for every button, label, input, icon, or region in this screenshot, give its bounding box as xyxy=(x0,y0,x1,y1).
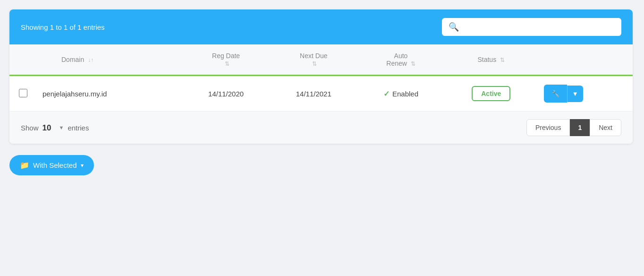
show-entries: Show 10 25 50 100 ▼ entries xyxy=(21,123,89,132)
with-selected-button[interactable]: 📁 With Selected ▾ xyxy=(9,155,94,175)
status-cell: Active xyxy=(444,76,538,112)
domain-name: penjelajahseru.my.id xyxy=(42,90,107,98)
with-selected-label: With Selected xyxy=(33,161,77,169)
select-arrow-icon: ▼ xyxy=(59,125,64,130)
pagination: Previous 1 Next xyxy=(526,119,621,136)
status-header[interactable]: Status ⇅ xyxy=(444,44,538,75)
auto-renew-header[interactable]: AutoRenew ⇅ xyxy=(357,44,444,75)
active-status-button[interactable]: Active xyxy=(472,86,510,101)
reg-date-sort-icon[interactable]: ⇅ xyxy=(225,60,229,67)
actions-header xyxy=(538,44,633,75)
action-btn-group: ▼ xyxy=(544,85,627,103)
reg-date-cell: 14/11/2020 xyxy=(182,76,270,112)
domain-cell: penjelajahseru.my.id xyxy=(33,76,182,112)
domain-header[interactable]: Domain ↓↑ xyxy=(33,44,182,75)
show-label: Show xyxy=(21,124,39,132)
previous-button[interactable]: Previous xyxy=(526,119,570,136)
action-dropdown-button[interactable]: ▼ xyxy=(567,86,583,102)
actions-cell: ▼ xyxy=(538,76,633,112)
wrench-icon xyxy=(551,89,559,97)
showing-text: Showing 1 to 1 of 1 entries xyxy=(21,23,105,31)
dropdown-arrow-icon: ▼ xyxy=(572,90,578,97)
search-input[interactable] xyxy=(463,23,615,31)
checkbox-header xyxy=(9,44,33,75)
entries-select-wrapper[interactable]: 10 25 50 100 ▼ xyxy=(42,123,64,132)
auto-renew-sort-icon[interactable]: ⇅ xyxy=(411,60,415,67)
table-header: Showing 1 to 1 of 1 entries 🔍 xyxy=(9,9,633,44)
entries-label: entries xyxy=(68,124,89,132)
main-card: Showing 1 to 1 of 1 entries 🔍 Domain ↓↑ … xyxy=(9,9,633,144)
enabled-text: Enabled xyxy=(392,90,418,98)
table-row: penjelajahseru.my.id 14/11/2020 14/11/20… xyxy=(9,76,633,112)
entries-select[interactable]: 10 25 50 100 xyxy=(42,123,57,132)
current-page-number[interactable]: 1 xyxy=(570,119,590,136)
table-wrapper: Domain ↓↑ Reg Date ⇅ Next Due ⇅ AutoRene… xyxy=(9,44,633,112)
domain-sort-icon[interactable]: ↓↑ xyxy=(88,57,93,63)
table-footer: Show 10 25 50 100 ▼ entries Previous 1 N… xyxy=(9,112,633,144)
table-body: penjelajahseru.my.id 14/11/2020 14/11/20… xyxy=(9,76,633,112)
next-due-cell: 14/11/2021 xyxy=(270,76,357,112)
next-due-sort-icon[interactable]: ⇅ xyxy=(312,60,317,67)
table-header-row: Domain ↓↑ Reg Date ⇅ Next Due ⇅ AutoRene… xyxy=(9,44,633,75)
reg-date-header[interactable]: Reg Date ⇅ xyxy=(182,44,270,75)
with-selected-caret-icon: ▾ xyxy=(81,162,84,169)
row-checkbox-cell[interactable] xyxy=(9,76,33,112)
next-button[interactable]: Next xyxy=(590,119,621,136)
check-icon: ✓ xyxy=(383,89,390,98)
row-checkbox[interactable] xyxy=(19,89,27,97)
folder-icon: 📁 xyxy=(20,161,29,170)
auto-renew-cell: ✓ Enabled xyxy=(357,76,444,112)
next-due-header[interactable]: Next Due ⇅ xyxy=(270,44,357,75)
search-box: 🔍 xyxy=(442,18,621,36)
status-sort-icon[interactable]: ⇅ xyxy=(500,57,505,63)
enabled-badge: ✓ Enabled xyxy=(363,89,439,98)
domains-table: Domain ↓↑ Reg Date ⇅ Next Due ⇅ AutoRene… xyxy=(9,44,633,112)
wrench-button[interactable] xyxy=(544,85,567,103)
search-icon: 🔍 xyxy=(449,22,459,32)
